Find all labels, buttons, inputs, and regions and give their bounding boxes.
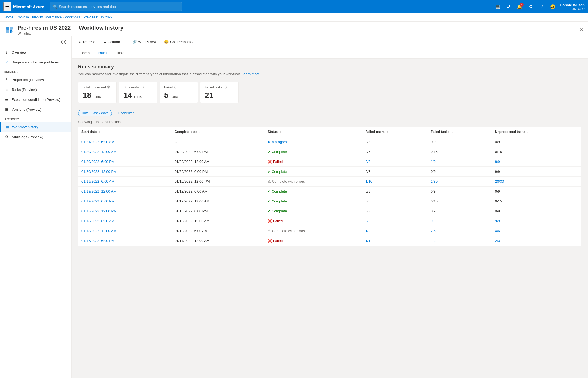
sidebar-item-workflow-history-label: Workflow history: [12, 125, 38, 129]
whats-new-button[interactable]: 🔗 What's new: [130, 38, 159, 46]
breadcrumb-prehire[interactable]: Pre-hire in US 2022: [83, 15, 112, 19]
toolbar-separator: [126, 39, 126, 45]
svg-rect-0: [6, 27, 9, 30]
user-name: Connie Wilson: [560, 3, 585, 7]
failed-users-link[interactable]: 2/3: [366, 160, 370, 164]
col-start-date[interactable]: Start date ↕: [78, 127, 171, 137]
sidebar-item-properties-label: Properties (Preview): [12, 78, 44, 82]
search-bar[interactable]: 🔍: [50, 2, 182, 11]
failed-tasks-link[interactable]: 1/9: [431, 160, 436, 164]
failed-tasks-cell: 0/9: [427, 187, 492, 196]
unprocessed-tasks-link[interactable]: 2/3: [495, 239, 500, 243]
start-date-link[interactable]: 01/19/2022, 12:00 AM: [81, 189, 116, 193]
table-row: 01/18/2022, 6:00 AM01/18/2022, 12:00 AM❌…: [78, 216, 581, 226]
sidebar-item-properties[interactable]: ⋮ Properties (Preview): [0, 75, 71, 85]
sidebar-item-execution[interactable]: ☰ Execution conditions (Preview): [0, 94, 71, 104]
close-button[interactable]: ✕: [579, 27, 584, 33]
breadcrumb-workflows[interactable]: Workflows: [65, 15, 80, 19]
start-date-link[interactable]: 01/18/2022, 12:00 AM: [81, 229, 116, 233]
page-title: Pre-hires in US 2022: [18, 25, 71, 31]
sidebar-item-workflow-history[interactable]: ▤ Workflow history: [0, 122, 71, 132]
page-subtitle: Workflow history: [79, 25, 123, 31]
tab-tasks[interactable]: Tasks: [112, 48, 130, 58]
topbar: ☰ Microsoft Azure 🔍 💻 🖉 🔔 1 ⚙ ? 😀 Connie…: [0, 0, 588, 13]
status-badge: ❌ Failed: [268, 219, 359, 223]
unprocessed-tasks-link[interactable]: 9/9: [495, 219, 500, 223]
status-cell: ✔ Complete: [264, 196, 362, 206]
help-button[interactable]: ?: [537, 2, 547, 12]
failed-unit: runs: [171, 94, 178, 99]
start-date-link[interactable]: 01/20/2022, 12:00 PM: [81, 169, 117, 174]
complete-date-cell: 01/20/2022, 6:00 PM: [171, 167, 265, 177]
more-options-button[interactable]: …: [127, 24, 136, 32]
sidebar-item-audit-logs[interactable]: ⚙ Audit logs (Preview): [0, 132, 71, 142]
failed-users-cell: 1/2: [362, 226, 427, 236]
page-header: ↺ Pre-hires in US 2022 | Workflow histor…: [0, 22, 588, 36]
failed-users-link[interactable]: 3/3: [366, 219, 370, 223]
table-row: 01/20/2022, 12:00 AM01/20/2022, 6:00 PM✔…: [78, 147, 581, 157]
refresh-button[interactable]: ↻ Refresh: [76, 38, 98, 46]
sidebar-item-tasks[interactable]: ≡ Tasks (Preview): [0, 85, 71, 94]
table-row: 01/20/2022, 12:00 PM01/20/2022, 6:00 PM✔…: [78, 167, 581, 177]
unprocessed-tasks-link[interactable]: 4/6: [495, 229, 500, 233]
breadcrumb-identity-governance[interactable]: Identity Governance: [32, 15, 62, 19]
failed-tasks-link[interactable]: 2/6: [431, 229, 436, 233]
unprocessed-tasks-link[interactable]: 28/30: [495, 179, 504, 184]
sidebar-item-overview[interactable]: ℹ Overview: [0, 47, 71, 57]
feedback-button[interactable]: 😀: [548, 2, 558, 12]
start-date-link[interactable]: 01/18/2022, 12:00 PM: [81, 209, 117, 213]
start-date-link[interactable]: 01/18/2022, 6:00 AM: [81, 219, 114, 223]
failed-users-link[interactable]: 1/2: [366, 229, 370, 233]
failed-tasks-link[interactable]: 9/9: [431, 219, 436, 223]
failed-users-cell: 3/3: [362, 216, 427, 226]
search-input[interactable]: [59, 5, 179, 9]
user-menu[interactable]: Connie Wilson CONTOSO: [560, 3, 585, 10]
portal-settings-button[interactable]: 🖉: [504, 2, 514, 12]
col-complete-date[interactable]: Complete date ↕: [171, 127, 265, 137]
column-button[interactable]: ≣ Column: [101, 38, 123, 46]
date-filter-chip[interactable]: Date : Last 7 days: [78, 110, 112, 116]
collapse-sidebar-button[interactable]: ❮❮: [59, 38, 68, 45]
failed-tasks-link[interactable]: 1/3: [431, 239, 436, 243]
page-header-titles: Pre-hires in US 2022 | Workflow history …: [18, 24, 576, 36]
user-org: CONTOSO: [570, 7, 585, 10]
sidebar-item-overview-label: Overview: [12, 50, 26, 54]
learn-more-link[interactable]: Learn more: [241, 72, 260, 76]
unprocessed-tasks-link[interactable]: 8/9: [495, 160, 500, 164]
start-date-link[interactable]: 01/19/2022, 6:00 AM: [81, 179, 114, 184]
start-date-link[interactable]: 01/17/2022, 6:00 PM: [81, 239, 115, 243]
breadcrumb: Home › Contoso › Identity Governance › W…: [0, 13, 588, 22]
sidebar-item-versions[interactable]: ▣ Versions (Preview): [0, 104, 71, 114]
failed-tasks-link[interactable]: 1/30: [431, 179, 438, 184]
runs-table: Start date ↕ Complete date ↕ Status ↕ Fa…: [78, 127, 581, 246]
start-date-link[interactable]: 01/20/2022, 6:00 PM: [81, 160, 115, 164]
workflow-icon: ↺: [4, 25, 14, 35]
col-status[interactable]: Status ↕: [264, 127, 362, 137]
tab-runs[interactable]: Runs: [94, 48, 112, 58]
start-date-link[interactable]: 01/19/2022, 6:00 PM: [81, 199, 115, 203]
failed-users-link[interactable]: 1/10: [366, 179, 372, 184]
failed-tasks-info-icon[interactable]: ⓘ: [224, 85, 227, 89]
hamburger-menu[interactable]: ☰: [3, 2, 11, 11]
stat-total-processed: Total processed ⓘ 18 runs: [78, 82, 117, 103]
add-filter-button[interactable]: + Add filter: [114, 110, 137, 116]
start-date-link[interactable]: 01/21/2022, 6:00 AM: [81, 140, 114, 144]
col-failed-users[interactable]: Failed users ↕: [362, 127, 427, 137]
tab-users[interactable]: Users: [76, 48, 94, 58]
breadcrumb-home[interactable]: Home: [4, 15, 13, 19]
successful-info-icon[interactable]: ⓘ: [141, 85, 144, 89]
table-row: 01/21/2022, 6:00 AM--● In progress0/30/9…: [78, 137, 581, 147]
col-failed-tasks[interactable]: Failed tasks ↕: [427, 127, 492, 137]
status-badge: ⚠ Complete with errors: [268, 229, 359, 233]
total-processed-info-icon[interactable]: ⓘ: [107, 85, 110, 89]
feedback-button[interactable]: 😀 Got feedback?: [161, 38, 196, 46]
sidebar-item-diagnose[interactable]: ✕ Diagnose and solve problems: [0, 57, 71, 67]
failed-users-link[interactable]: 1/1: [366, 239, 370, 243]
notifications-button[interactable]: 🔔 1: [515, 2, 525, 12]
col-unprocessed-tasks[interactable]: Unprocessed tasks ↕: [492, 127, 581, 137]
breadcrumb-contoso[interactable]: Contoso: [17, 15, 29, 19]
failed-info-icon[interactable]: ⓘ: [174, 85, 177, 89]
cloud-shell-button[interactable]: 💻: [493, 2, 503, 12]
start-date-link[interactable]: 01/20/2022, 12:00 AM: [81, 150, 116, 154]
settings-button[interactable]: ⚙: [526, 2, 536, 12]
